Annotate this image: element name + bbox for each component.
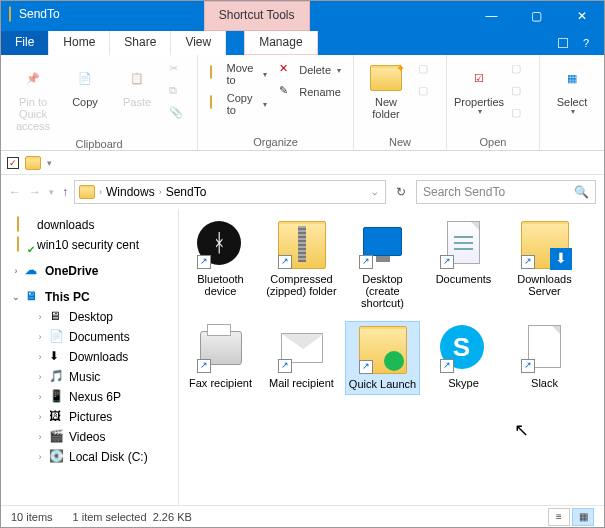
navpane-item[interactable]: ›⬇Downloads — [1, 347, 178, 367]
close-button[interactable]: ✕ — [559, 1, 604, 31]
file-item[interactable]: ↗Documents — [426, 217, 501, 313]
select-all-checkbox[interactable] — [7, 157, 19, 169]
chevron-right-icon[interactable]: › — [35, 312, 45, 322]
workspace: downloads ✔win10 security cent ›☁OneDriv… — [1, 209, 604, 521]
quick-access-item[interactable]: ✔win10 security cent — [1, 235, 178, 255]
up-button[interactable]: ↑ — [62, 185, 68, 199]
navpane-item[interactable]: ›📱Nexus 6P — [1, 387, 178, 407]
breadcrumb-segment[interactable]: SendTo — [166, 185, 207, 199]
items-view[interactable]: ↖ ᚼ↗Bluetooth device↗Compressed (zipped)… — [179, 209, 604, 521]
navpane-item[interactable]: ›🖥Desktop — [1, 307, 178, 327]
navpane-item[interactable]: ›💽Local Disk (C:) — [1, 447, 178, 467]
clipboard-extras: ✂ ⧉ 📎 — [163, 58, 191, 126]
file-item-label: Fax recipient — [189, 377, 252, 389]
cut-button[interactable]: ✂ — [165, 60, 189, 80]
delete-button[interactable]: ✕Delete — [275, 60, 345, 80]
move-to-button[interactable]: Move to — [206, 60, 271, 88]
file-item[interactable]: S↗Skype — [426, 321, 501, 395]
quick-access-item[interactable]: downloads — [1, 215, 178, 235]
breadcrumb-dropdown[interactable]: ⌵ — [368, 187, 381, 197]
navpane-item[interactable]: ›🖼Pictures — [1, 407, 178, 427]
titlebar: SendTo Shortcut Tools — ▢ ✕ — [1, 1, 604, 31]
file-item[interactable]: ↗Fax recipient — [183, 321, 258, 395]
file-item[interactable]: ↗Slack — [507, 321, 582, 395]
tab-view[interactable]: View — [171, 31, 226, 55]
maximize-button[interactable]: ▢ — [514, 1, 559, 31]
ribbon-collapse-icon[interactable] — [558, 38, 568, 48]
file-item[interactable]: ↗Mail recipient — [264, 321, 339, 395]
navpane-item[interactable]: ›📄Documents — [1, 327, 178, 347]
file-item-label: Bluetooth device — [185, 273, 256, 297]
navpane-item-label: Videos — [69, 430, 105, 444]
chevron-right-icon[interactable]: › — [35, 452, 45, 462]
copy-icon: 📄 — [69, 62, 101, 94]
file-item[interactable]: ᚼ↗Bluetooth device — [183, 217, 258, 313]
minimize-button[interactable]: — — [469, 1, 514, 31]
chevron-right-icon[interactable]: › — [35, 392, 45, 402]
navpane-item-label: Local Disk (C:) — [69, 450, 148, 464]
breadcrumb-segment[interactable]: Windows — [106, 185, 155, 199]
chevron-right-icon[interactable]: › — [35, 372, 45, 382]
search-input[interactable]: Search SendTo 🔍 — [416, 180, 596, 204]
group-label: New — [360, 134, 440, 150]
history-button[interactable]: ▢ — [507, 104, 531, 124]
navpane-item[interactable]: ›🎵Music — [1, 367, 178, 387]
copy-button[interactable]: 📄 Copy — [59, 58, 111, 112]
file-item[interactable]: ↗Desktop (create shortcut) — [345, 217, 420, 313]
refresh-button[interactable]: ↻ — [392, 185, 410, 199]
chevron-right-icon[interactable]: › — [35, 352, 45, 362]
tab-manage[interactable]: Manage — [244, 31, 317, 55]
properties-button[interactable]: ☑ Properties — [453, 58, 505, 121]
paste-shortcut-button[interactable]: 📎 — [165, 104, 189, 124]
chevron-right-icon[interactable]: › — [35, 332, 45, 342]
rename-icon: ✎ — [279, 84, 295, 100]
new-folder-button[interactable]: ✦ New folder — [360, 58, 412, 124]
chevron-right-icon[interactable]: › — [35, 412, 45, 422]
breadcrumb[interactable]: › Windows › SendTo ⌵ — [74, 180, 386, 204]
onedrive-node[interactable]: ›☁OneDrive — [1, 261, 178, 281]
desktop-icon: ↗ — [359, 221, 407, 269]
details-view-button[interactable]: ≡ — [548, 508, 570, 526]
paste-button[interactable]: 📋 Paste — [111, 58, 163, 112]
properties-icon: ☑ — [463, 62, 495, 94]
chevron-down-icon[interactable]: ⌄ — [11, 292, 21, 302]
new-item-button[interactable]: ▢ — [414, 60, 438, 80]
documents-icon: ↗ — [440, 221, 488, 269]
select-button[interactable]: ▦ Select — [546, 58, 598, 121]
tab-share[interactable]: Share — [110, 31, 171, 55]
file-item[interactable]: ↗Quick Launch — [345, 321, 420, 395]
back-button[interactable]: ← — [9, 185, 21, 199]
icons-view-button[interactable]: ▦ — [572, 508, 594, 526]
history-dropdown[interactable]: ▾ — [49, 187, 54, 197]
navpane-item[interactable]: ›🎬Videos — [1, 427, 178, 447]
help-icon[interactable]: ? — [578, 35, 594, 51]
forward-button[interactable]: → — [29, 185, 41, 199]
shortcut-arrow-icon: ↗ — [521, 255, 535, 269]
file-item[interactable]: ⬇↗Downloads Server — [507, 217, 582, 313]
easy-access-button[interactable]: ▢ — [414, 82, 438, 102]
pin-to-quick-access-button[interactable]: 📌 Pin to Quick access — [7, 58, 59, 136]
chevron-right-icon[interactable]: › — [35, 432, 45, 442]
group-open: ☑ Properties ▢ ▢ ▢ Open — [447, 55, 540, 150]
edit-button[interactable]: ▢ — [507, 82, 531, 102]
copy-path-button[interactable]: ⧉ — [165, 82, 189, 102]
copy-label: Copy — [72, 96, 98, 108]
open-button[interactable]: ▢ — [507, 60, 531, 80]
cursor-icon: ↖ — [514, 419, 529, 441]
zip-icon: ↗ — [278, 221, 326, 269]
search-placeholder: Search SendTo — [423, 185, 505, 199]
paste-label: Paste — [123, 96, 151, 108]
file-item-label: Desktop (create shortcut) — [347, 273, 418, 309]
rename-button[interactable]: ✎Rename — [275, 82, 345, 102]
pin-label: Pin to Quick access — [9, 96, 57, 132]
window-title: SendTo — [19, 1, 64, 31]
copy-to-button[interactable]: Copy to — [206, 90, 271, 118]
status-bar: 10 items 1 item selected 2.26 KB ≡ ▦ — [1, 505, 604, 527]
pin-icon: 📌 — [17, 62, 49, 94]
select-icon: ▦ — [556, 62, 588, 94]
file-item[interactable]: ↗Compressed (zipped) folder — [264, 217, 339, 313]
this-pc-node[interactable]: ⌄🖥This PC — [1, 287, 178, 307]
tab-home[interactable]: Home — [49, 31, 110, 55]
tab-file[interactable]: File — [1, 31, 49, 55]
chevron-right-icon[interactable]: › — [11, 266, 21, 276]
